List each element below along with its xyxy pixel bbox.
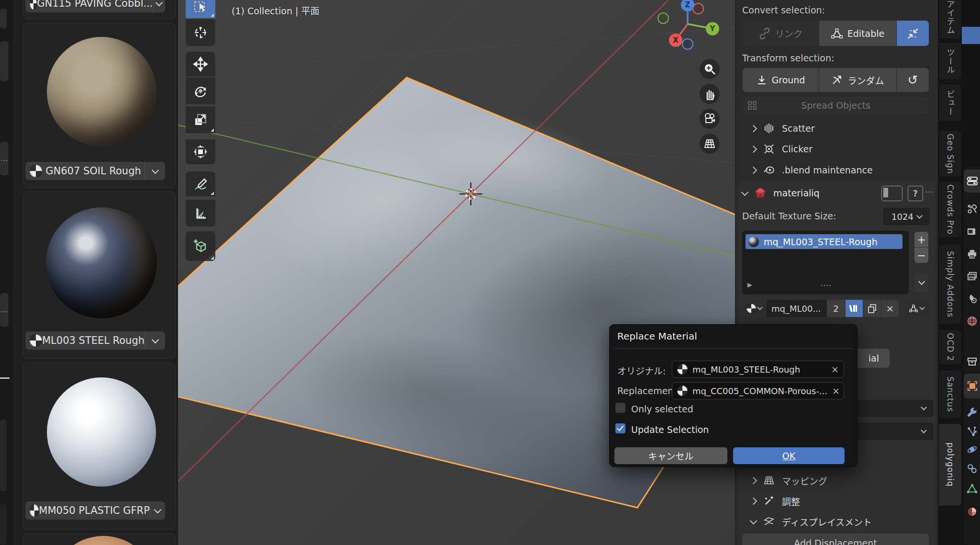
tab-crowds-pro[interactable]: Crowds Pro: [939, 181, 962, 238]
tab-render-properties[interactable]: [964, 221, 980, 242]
link-target-dropdown[interactable]: [904, 300, 929, 317]
texture-size-dropdown[interactable]: 1024: [883, 208, 930, 225]
tool-annotate[interactable]: [186, 171, 215, 196]
tab-view[interactable]: ビュー: [939, 84, 962, 122]
fake-user-button[interactable]: [846, 300, 863, 317]
unlink-material-button[interactable]: ×: [881, 300, 899, 317]
link-button[interactable]: リンク: [743, 21, 819, 46]
replacement-material-field[interactable]: mq_CC005_COMMON-Porous-... ×: [672, 382, 844, 399]
material-label-gn115[interactable]: GN115 PAVING Cobbl...: [25, 0, 165, 12]
viewport-header-text: (1) Collection | 平面: [232, 4, 319, 17]
viewport-ortho-toggle-button[interactable]: [700, 134, 720, 154]
tab-constraints-properties[interactable]: [964, 458, 980, 479]
tab-ocd-2[interactable]: OCD 2: [939, 329, 962, 365]
material-slot-list[interactable]: mq_ML003_STEEL-Rough ▶: [742, 231, 909, 294]
tab-item[interactable]: アイテム: [939, 0, 962, 39]
remove-slot-button[interactable]: −: [914, 248, 928, 263]
update-selection-checkbox[interactable]: [615, 423, 625, 433]
material-browse-dropdown[interactable]: [742, 300, 766, 317]
tab-material-properties[interactable]: [964, 501, 980, 522]
section-mapping[interactable]: マッピング: [751, 472, 827, 489]
material-slot-selected[interactable]: mq_ML003_STEEL-Rough: [746, 234, 902, 249]
chevron-down-icon: [757, 305, 762, 310]
section-clicker[interactable]: Clicker: [751, 140, 813, 158]
tab-data-properties[interactable]: [964, 478, 980, 499]
add-displacement-button[interactable]: Add Displacement: [742, 534, 929, 545]
material-label-ml003[interactable]: ML003 STEEL Rough: [25, 331, 165, 350]
blender-window: ... ... GN115 PAVING Cobbl... GN607 SOIL…: [0, 0, 980, 545]
section-adjust[interactable]: 調整: [751, 492, 800, 510]
material-label-gn607[interactable]: GN607 SOIL Rough: [25, 162, 165, 180]
original-material-field[interactable]: mq_ML003_STEEL-Rough ×: [672, 361, 844, 378]
clear-field-icon[interactable]: ×: [832, 386, 840, 396]
material-label-mm050[interactable]: MM050 PLASTIC GFRP: [25, 501, 165, 520]
tool-add-cube[interactable]: [186, 231, 215, 261]
tab-collection-properties[interactable]: [964, 351, 980, 372]
tool-move[interactable]: [186, 52, 215, 77]
tool-transform[interactable]: [186, 139, 215, 164]
section-label: マッピング: [782, 474, 827, 487]
tab-output-properties[interactable]: [964, 243, 980, 264]
random-button[interactable]: ランダム: [819, 68, 896, 92]
list-filter-toggle[interactable]: ▶: [747, 281, 752, 288]
spread-objects-button[interactable]: Spread Objects: [743, 97, 929, 114]
tab-world-properties[interactable]: [964, 310, 980, 331]
editable-button[interactable]: Editable: [819, 21, 896, 46]
gizmo-axis-neg-z[interactable]: [682, 39, 693, 49]
material-name-field[interactable]: mq_ML00...: [767, 300, 831, 317]
reset-transform-button[interactable]: ↺: [897, 68, 929, 92]
panel-display-toggle-icon[interactable]: [881, 186, 902, 201]
tool-measure[interactable]: [186, 200, 215, 227]
list-resize-grip[interactable]: [820, 284, 831, 288]
section-scatter[interactable]: Scatter: [751, 120, 815, 137]
viewport-camera-button[interactable]: [700, 109, 720, 129]
tool-rotate[interactable]: [186, 78, 215, 104]
tab-object-properties[interactable]: [964, 374, 980, 398]
tab-view-layer-properties[interactable]: [964, 266, 980, 287]
viewport-zoom-button[interactable]: [700, 59, 720, 79]
tab-simply-addons[interactable]: Simply Addons: [939, 244, 962, 324]
blue-button-fragment[interactable]: [962, 27, 980, 44]
material-name: MM050 PLASTIC GFRP: [39, 505, 150, 516]
gizmo-axis-neg-y[interactable]: [658, 13, 668, 23]
tool-tweak-select[interactable]: [186, 0, 215, 18]
materialiq-header[interactable]: materialiq: [742, 185, 820, 201]
tab-geo-sign[interactable]: Geo Sign: [939, 130, 962, 177]
gizmo-axis-neg-x[interactable]: [693, 3, 703, 14]
chevron-right-icon: [750, 145, 757, 153]
material-options-dropdown[interactable]: [150, 501, 165, 520]
section-blend-maintenance[interactable]: .blend maintenance: [751, 161, 873, 179]
material-options-dropdown[interactable]: [145, 162, 165, 180]
navigation-gizmo[interactable]: Z Y X: [658, 0, 719, 49]
add-slot-button[interactable]: +: [914, 232, 928, 247]
tab-polygoniq[interactable]: polygoniq: [939, 423, 962, 506]
tab-tool[interactable]: ツール: [939, 42, 962, 80]
tab-tool-properties[interactable]: [964, 198, 980, 219]
tool-scale[interactable]: [186, 106, 215, 133]
copy-material-button[interactable]: [863, 300, 881, 317]
ground-button[interactable]: Ground: [743, 68, 819, 92]
material-options-dropdown[interactable]: [145, 331, 165, 350]
chevron-down-icon: [916, 213, 923, 219]
ok-button[interactable]: OK: [733, 447, 845, 464]
drag-grip-icon[interactable]: [925, 191, 934, 194]
tab-modifier-properties[interactable]: [964, 401, 980, 422]
material-card-next[interactable]: [22, 534, 176, 545]
collapse-button[interactable]: [897, 21, 929, 46]
tool-cursor[interactable]: [186, 19, 215, 46]
panel-fragment: [0, 9, 7, 29]
cancel-button[interactable]: キャンセル: [614, 447, 727, 464]
collection-box-icon: [967, 356, 978, 367]
material-users-count[interactable]: 2: [827, 300, 845, 317]
tab-sanctus[interactable]: Sanctus: [939, 370, 962, 419]
viewport-pan-button[interactable]: [700, 84, 720, 104]
material-options-dropdown[interactable]: [153, 0, 166, 12]
only-selected-checkbox[interactable]: [615, 403, 625, 413]
section-displacement[interactable]: ディスプレイスメント: [751, 513, 872, 530]
tab-active-editor[interactable]: [964, 170, 980, 193]
tab-scene-properties[interactable]: [964, 288, 980, 309]
help-book-icon[interactable]: ?: [908, 186, 923, 201]
clear-field-icon[interactable]: ×: [831, 364, 839, 375]
slot-specials-dropdown[interactable]: [914, 273, 928, 292]
tab-physics-properties[interactable]: [964, 439, 980, 460]
